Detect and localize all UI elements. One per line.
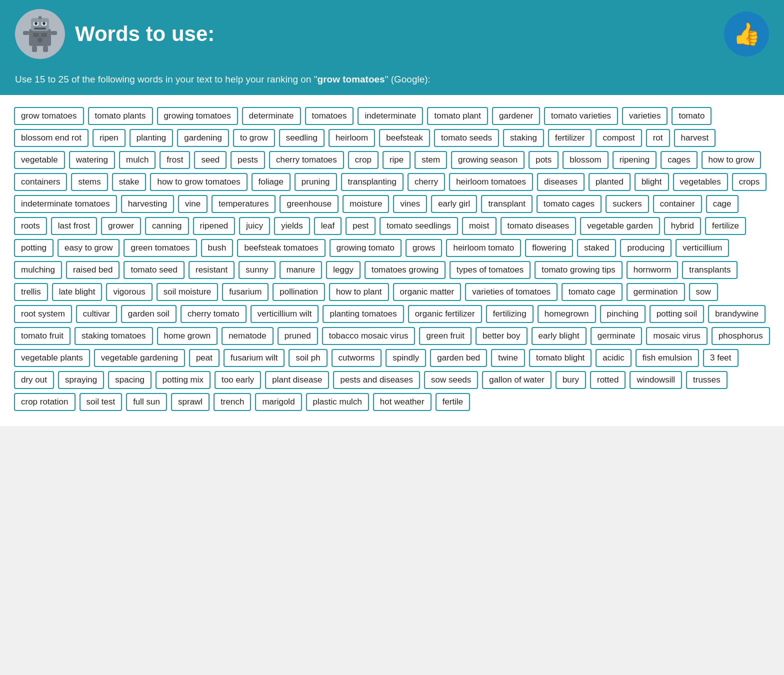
- tag-92[interactable]: staked: [577, 239, 616, 257]
- tag-9[interactable]: varieties: [622, 107, 668, 125]
- tag-39[interactable]: cages: [660, 151, 697, 169]
- tag-167[interactable]: windowsill: [630, 371, 682, 389]
- tag-63[interactable]: transplant: [481, 195, 532, 213]
- tag-76[interactable]: pest: [346, 217, 376, 235]
- tag-123[interactable]: verticillium wilt: [250, 305, 319, 323]
- tag-60[interactable]: moisture: [342, 195, 389, 213]
- tag-156[interactable]: dry out: [14, 371, 54, 389]
- tag-168[interactable]: trusses: [686, 371, 728, 389]
- tag-103[interactable]: types of tomatoes: [450, 261, 530, 279]
- tag-111[interactable]: fusarium: [222, 283, 268, 301]
- tag-177[interactable]: fertile: [436, 393, 470, 411]
- tag-5[interactable]: indeterminate: [358, 107, 423, 125]
- tag-105[interactable]: hornworm: [626, 261, 678, 279]
- tag-134[interactable]: nematode: [222, 327, 274, 345]
- tag-13[interactable]: planting: [130, 129, 174, 147]
- tag-68[interactable]: roots: [14, 217, 47, 235]
- tag-17[interactable]: heirloom: [328, 129, 375, 147]
- tag-128[interactable]: pinching: [600, 305, 646, 323]
- tag-80[interactable]: vegetable garden: [580, 217, 660, 235]
- tag-7[interactable]: gardener: [492, 107, 540, 125]
- tag-19[interactable]: tomato seeds: [434, 129, 499, 147]
- tag-8[interactable]: tomato varieties: [544, 107, 618, 125]
- tag-145[interactable]: peat: [189, 349, 220, 367]
- tag-109[interactable]: vigorous: [106, 283, 152, 301]
- tag-172[interactable]: sprawl: [171, 393, 210, 411]
- tag-24[interactable]: harvest: [674, 129, 716, 147]
- tag-65[interactable]: suckers: [606, 195, 649, 213]
- tag-88[interactable]: growing tomato: [330, 239, 402, 257]
- tag-160[interactable]: too early: [214, 371, 261, 389]
- tag-151[interactable]: twine: [491, 349, 525, 367]
- tag-28[interactable]: frost: [160, 151, 190, 169]
- tag-30[interactable]: pests: [230, 151, 265, 169]
- tag-48[interactable]: cherry: [408, 173, 445, 191]
- tag-124[interactable]: planting tomatoes: [322, 305, 404, 323]
- tag-164[interactable]: gallon of water: [482, 371, 552, 389]
- tag-38[interactable]: ripening: [612, 151, 657, 169]
- tag-71[interactable]: canning: [145, 217, 189, 235]
- tag-135[interactable]: pruned: [278, 327, 318, 345]
- tag-18[interactable]: beefsteak: [379, 129, 430, 147]
- tag-37[interactable]: blossom: [562, 151, 608, 169]
- tag-101[interactable]: leggy: [326, 261, 360, 279]
- tag-42[interactable]: stems: [71, 173, 108, 191]
- tag-31[interactable]: cherry tomatoes: [269, 151, 344, 169]
- tag-104[interactable]: tomato growing tips: [534, 261, 622, 279]
- tag-61[interactable]: vines: [393, 195, 427, 213]
- tag-125[interactable]: organic fertilizer: [408, 305, 482, 323]
- tag-49[interactable]: heirloom tomatoes: [449, 173, 533, 191]
- tag-53[interactable]: vegetables: [673, 173, 728, 191]
- tag-25[interactable]: vegetable: [14, 151, 65, 169]
- tag-110[interactable]: soil moisture: [156, 283, 218, 301]
- tag-62[interactable]: early girl: [431, 195, 477, 213]
- tag-55[interactable]: indeterminate tomatoes: [14, 195, 117, 213]
- tag-50[interactable]: diseases: [537, 173, 584, 191]
- tag-143[interactable]: vegetable plants: [14, 349, 90, 367]
- tag-176[interactable]: hot weather: [373, 393, 432, 411]
- tag-70[interactable]: grower: [101, 217, 141, 235]
- tag-163[interactable]: sow seeds: [424, 371, 478, 389]
- tag-43[interactable]: stake: [112, 173, 146, 191]
- tag-77[interactable]: tomato seedlings: [380, 217, 458, 235]
- tag-114[interactable]: organic matter: [393, 283, 462, 301]
- tag-51[interactable]: planted: [588, 173, 630, 191]
- tag-83[interactable]: potting: [14, 239, 54, 257]
- tag-4[interactable]: tomatoes: [305, 107, 354, 125]
- tag-132[interactable]: staking tomatoes: [74, 327, 153, 345]
- tag-107[interactable]: trellis: [14, 283, 48, 301]
- tag-58[interactable]: temperatures: [212, 195, 276, 213]
- tag-142[interactable]: phosphorus: [712, 327, 770, 345]
- tag-74[interactable]: yields: [274, 217, 310, 235]
- tag-165[interactable]: bury: [556, 371, 586, 389]
- tag-98[interactable]: resistant: [188, 261, 234, 279]
- tag-112[interactable]: pollination: [272, 283, 325, 301]
- tag-127[interactable]: homegrown: [538, 305, 596, 323]
- tag-34[interactable]: stem: [414, 151, 447, 169]
- tag-139[interactable]: early blight: [532, 327, 586, 345]
- tag-138[interactable]: better boy: [476, 327, 528, 345]
- tag-175[interactable]: plastic mulch: [306, 393, 369, 411]
- tag-35[interactable]: growing season: [451, 151, 524, 169]
- tag-102[interactable]: tomatoes growing: [364, 261, 446, 279]
- tag-59[interactable]: greenhouse: [280, 195, 338, 213]
- tag-99[interactable]: sunny: [238, 261, 275, 279]
- tag-0[interactable]: grow tomatoes: [14, 107, 84, 125]
- tag-21[interactable]: fertilizer: [548, 129, 592, 147]
- tag-73[interactable]: juicy: [239, 217, 270, 235]
- tag-115[interactable]: varieties of tomatoes: [465, 283, 558, 301]
- tag-87[interactable]: beefsteak tomatoes: [237, 239, 325, 257]
- tag-117[interactable]: germination: [626, 283, 685, 301]
- tag-15[interactable]: to grow: [233, 129, 275, 147]
- tag-121[interactable]: garden soil: [121, 305, 176, 323]
- tag-67[interactable]: cage: [706, 195, 738, 213]
- tag-152[interactable]: tomato blight: [529, 349, 592, 367]
- tag-85[interactable]: green tomatoes: [124, 239, 196, 257]
- tag-120[interactable]: cultivar: [76, 305, 117, 323]
- tag-94[interactable]: verticillium: [676, 239, 729, 257]
- tag-44[interactable]: how to grow tomatoes: [150, 173, 247, 191]
- tag-12[interactable]: ripen: [92, 129, 126, 147]
- tag-159[interactable]: potting mix: [156, 371, 210, 389]
- tag-23[interactable]: rot: [646, 129, 670, 147]
- tag-174[interactable]: marigold: [255, 393, 302, 411]
